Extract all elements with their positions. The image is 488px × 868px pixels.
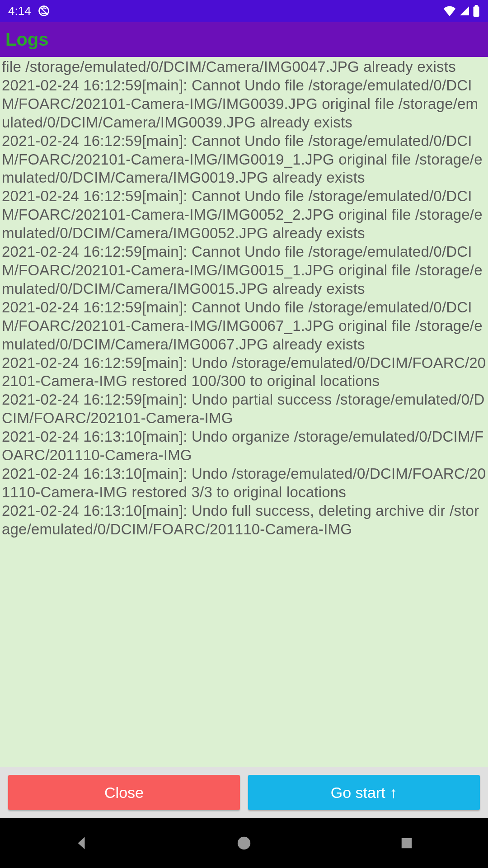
status-bar: 4:14 xyxy=(0,0,488,22)
recents-button[interactable] xyxy=(393,830,420,857)
cellular-icon xyxy=(459,5,470,16)
svg-rect-2 xyxy=(475,5,478,7)
log-line: 2021-02-24 16:12:59[main]: Undo /storage… xyxy=(2,354,486,390)
svg-rect-1 xyxy=(474,6,479,17)
android-nav-bar xyxy=(0,818,488,868)
wifi-icon xyxy=(443,5,456,16)
log-line: 2021-02-24 16:13:10[main]: Undo organize… xyxy=(2,428,483,463)
log-output[interactable]: file /storage/emulated/0/DCIM/Camera/IMG… xyxy=(0,57,488,767)
back-button[interactable] xyxy=(68,830,95,857)
log-line: 2021-02-24 16:12:59[main]: Cannot Undo f… xyxy=(2,299,483,353)
log-line: file /storage/emulated/0/DCIM/Camera/IMG… xyxy=(2,58,456,75)
log-line: 2021-02-24 16:12:59[main]: Cannot Undo f… xyxy=(2,243,483,297)
status-bar-left: 4:14 xyxy=(8,4,50,18)
log-line: 2021-02-24 16:12:59[main]: Cannot Undo f… xyxy=(2,77,478,131)
log-line: 2021-02-24 16:12:59[main]: Cannot Undo f… xyxy=(2,188,483,241)
button-row: Close Go start ↑ xyxy=(0,767,488,818)
home-button[interactable] xyxy=(230,830,258,857)
close-button[interactable]: Close xyxy=(8,775,240,810)
page-title: Logs xyxy=(5,29,49,50)
log-line: 2021-02-24 16:12:59[main]: Cannot Undo f… xyxy=(2,132,483,186)
app-bar: Logs xyxy=(0,22,488,57)
status-bar-right xyxy=(443,5,480,17)
no-sync-icon xyxy=(38,5,50,17)
svg-rect-4 xyxy=(402,838,412,849)
battery-icon xyxy=(473,5,480,17)
status-time: 4:14 xyxy=(8,4,31,18)
svg-point-3 xyxy=(238,837,250,849)
log-line: 2021-02-24 16:13:10[main]: Undo full suc… xyxy=(2,502,479,538)
log-line: 2021-02-24 16:12:59[main]: Undo partial … xyxy=(2,391,485,426)
go-start-button[interactable]: Go start ↑ xyxy=(248,775,480,810)
log-line: 2021-02-24 16:13:10[main]: Undo /storage… xyxy=(2,465,486,500)
